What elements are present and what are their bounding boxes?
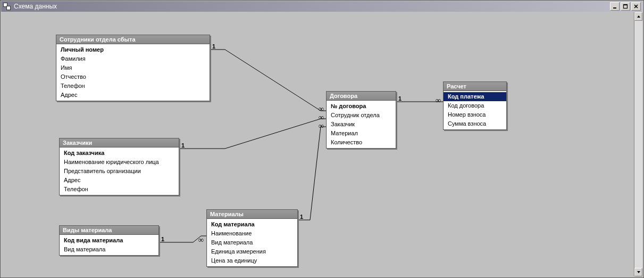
field[interactable]: Единица измерения <box>207 247 297 256</box>
field[interactable]: Материал <box>327 129 396 138</box>
rel-mattypes-many: ∞ <box>198 236 204 244</box>
field[interactable]: Адрес <box>60 176 179 185</box>
entity-customers[interactable]: Заказчики Код заказчика Наименование юри… <box>59 138 179 195</box>
field[interactable]: Фамилия <box>56 54 210 63</box>
entity-contracts-title[interactable]: Договора <box>327 92 396 101</box>
scroll-up-button[interactable] <box>634 12 642 21</box>
minimize-button[interactable] <box>610 2 620 11</box>
entity-mat-types-title[interactable]: Виды материала <box>60 226 158 235</box>
entity-staff[interactable]: Сотрудники отдела сбыта Личный номер Фам… <box>56 35 210 101</box>
relationships-canvas[interactable]: 1 ∞ 1 ∞ 1 ∞ 1 ∞ 1 ∞ Сотрудники отдела сб… <box>2 12 642 276</box>
entity-materials-fields: Код материала Наименование Вид материала… <box>207 219 297 266</box>
rel-contracts-one: 1 <box>398 95 402 102</box>
field[interactable]: Номер взноса <box>444 110 506 119</box>
relationships-icon <box>3 3 11 10</box>
field[interactable]: Количество <box>327 138 396 147</box>
entity-mat-types[interactable]: Виды материала Код вида материала Вид ма… <box>59 225 159 256</box>
field[interactable]: Код заказчика <box>60 149 179 158</box>
field[interactable]: № договора <box>327 102 396 111</box>
entity-contracts[interactable]: Договора № договора Сотрудник отдела Зак… <box>326 91 396 149</box>
titlebar[interactable]: Схема данных <box>1 1 643 12</box>
entity-payment-fields: Код платежа Код договора Номер взноса Су… <box>444 91 506 129</box>
vertical-scrollbar[interactable] <box>634 12 642 276</box>
field[interactable]: Цена за единицу <box>207 256 297 265</box>
window-buttons <box>610 2 641 11</box>
entity-customers-fields: Код заказчика Наименование юридического … <box>60 148 179 195</box>
close-button[interactable] <box>631 2 641 11</box>
field[interactable]: Сотрудник отдела <box>327 111 396 120</box>
field[interactable]: Личный номер <box>56 45 210 54</box>
field[interactable]: Адрес <box>56 91 210 100</box>
field[interactable]: Вид материала <box>207 238 297 247</box>
field[interactable]: Представитель организации <box>60 167 179 176</box>
rel-staff-one: 1 <box>212 43 215 50</box>
field[interactable]: Сумма взноса <box>444 119 506 128</box>
field[interactable]: Наименование юридического лица <box>60 158 179 167</box>
entity-payment-title[interactable]: Расчет <box>444 82 506 91</box>
entity-materials[interactable]: Материалы Код материала Наименование Вид… <box>206 209 298 267</box>
field[interactable]: Код вида материала <box>60 236 158 245</box>
rel-contracts-many: ∞ <box>436 96 441 105</box>
field[interactable]: Телефон <box>60 185 179 194</box>
rel-staff-many: ∞ <box>319 105 324 113</box>
entity-customers-title[interactable]: Заказчики <box>60 138 179 148</box>
rel-materials-one: 1 <box>300 214 303 220</box>
scroll-down-button[interactable] <box>634 268 642 276</box>
rel-customers-many: ∞ <box>319 113 324 122</box>
entity-mat-types-fields: Код вида материала Вид материала <box>60 235 158 255</box>
entity-staff-title[interactable]: Сотрудники отдела сбыта <box>56 35 210 44</box>
field[interactable]: Код договора <box>444 101 506 110</box>
field[interactable]: Отчество <box>56 72 210 81</box>
field[interactable]: Код платежа <box>444 92 506 101</box>
mdi-window: Схема данных <box>0 0 644 278</box>
field[interactable]: Код материала <box>207 220 297 229</box>
window-title: Схема данных <box>14 3 610 10</box>
entity-payment[interactable]: Расчет Код платежа Код договора Номер вз… <box>443 81 507 130</box>
maximize-button[interactable] <box>621 2 630 11</box>
entity-materials-title[interactable]: Материалы <box>207 210 297 219</box>
field[interactable]: Телефон <box>56 81 210 91</box>
svg-marker-6 <box>637 271 640 273</box>
entity-staff-fields: Личный номер Фамилия Имя Отчество Телефо… <box>56 44 210 101</box>
entity-contracts-fields: № договора Сотрудник отдела Заказчик Мат… <box>327 101 396 148</box>
field[interactable]: Наименование <box>207 229 297 238</box>
field[interactable]: Имя <box>56 63 210 72</box>
field[interactable]: Вид материала <box>60 245 158 254</box>
svg-marker-5 <box>637 15 640 18</box>
rel-materials-many: ∞ <box>319 122 324 130</box>
rel-mattypes-one: 1 <box>161 236 164 242</box>
field[interactable]: Заказчик <box>327 120 396 129</box>
rel-customers-one: 1 <box>181 142 185 149</box>
